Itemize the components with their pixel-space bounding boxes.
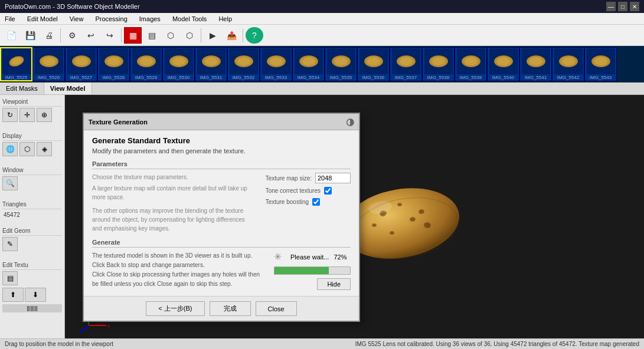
params-area: Choose the texture map parameters. A lar… [92, 173, 351, 233]
geom-icon-1[interactable]: ✎ [2, 237, 18, 251]
display-icon-2[interactable]: ⬡ [19, 142, 35, 156]
strip-item-11[interactable]: IMG_5536 [357, 47, 390, 81]
strip-label-7: IMG_5532 [233, 75, 254, 80]
params-desc3: The other options may improve the blendi… [92, 206, 256, 233]
strip-item-10[interactable]: IMG_5535 [325, 47, 357, 81]
pan-icon[interactable]: ✛ [19, 108, 35, 122]
strip-label-9: IMG_5534 [298, 75, 319, 80]
thumbnail-4 [132, 48, 161, 74]
strip-label-11: IMG_5536 [362, 75, 384, 80]
textu-bar[interactable]: |||||||| [2, 304, 62, 312]
sidebar-edit-geom: Edit Geom ✎ [0, 224, 64, 256]
close-button[interactable]: ✕ [630, 2, 639, 11]
menu-images[interactable]: Images [137, 15, 163, 22]
thumbnail-0 [2, 48, 31, 74]
strip-item-1[interactable]: IMG_5526 [32, 47, 65, 81]
back-button[interactable]: < 上一步(B) [146, 301, 204, 316]
toolbar: 📄 💾 🖨 ⚙ ↩ ↪ ▦ ▤ ⬡ ⬡ ▶ 📤 ? [0, 25, 644, 46]
texture-boosting-checkbox[interactable] [312, 198, 320, 206]
menu-processing[interactable]: Processing [93, 15, 129, 22]
toolbar-undo[interactable]: ↩ [82, 27, 100, 44]
toolbar-grid[interactable]: ▦ [124, 27, 142, 44]
menu-model-tools[interactable]: Model Tools [170, 15, 210, 22]
toolbar-list[interactable]: ▤ [143, 27, 161, 44]
toolbar-settings[interactable]: ⚙ [63, 27, 81, 44]
generate-desc-text: The textured model is shown in the 3D vi… [92, 251, 264, 289]
hide-button[interactable]: Hide [317, 278, 351, 290]
strip-item-2[interactable]: IMG_5527 [65, 47, 97, 81]
strip-item-7[interactable]: IMG_5532 [227, 47, 260, 81]
strip-item-5[interactable]: IMG_5530 [162, 47, 195, 81]
strip-item-9[interactable]: IMG_5534 [292, 47, 325, 81]
display-icon-3[interactable]: ◈ [37, 142, 52, 156]
textu-icon-2[interactable]: ⬆ [2, 288, 24, 302]
triangles-value: 45472 [2, 210, 62, 219]
textu-icon-1[interactable]: ▤ [2, 271, 18, 285]
strip-label-17: IMG_5542 [557, 75, 579, 80]
thumbnail-7 [230, 48, 258, 74]
strip-item-3[interactable]: IMG_5528 [97, 47, 130, 81]
rotate-icon[interactable]: ↻ [2, 108, 18, 122]
menu-help[interactable]: Help [216, 15, 234, 22]
strip-label-14: IMG_5539 [460, 75, 482, 80]
strip-item-14[interactable]: IMG_5539 [455, 47, 487, 81]
textu-icon-3[interactable]: ⬇ [25, 288, 46, 302]
strip-item-4[interactable]: IMG_5529 [130, 47, 162, 81]
strip-item-13[interactable]: IMG_5538 [422, 47, 455, 81]
toolbar-new[interactable]: 📄 [2, 27, 20, 44]
minimize-button[interactable]: — [606, 2, 616, 11]
strip-label-18: IMG_5543 [590, 75, 612, 80]
tone-correct-row: Tone correct textures [266, 187, 351, 195]
texture-map-size-input[interactable] [315, 173, 351, 183]
strip-item-15[interactable]: IMG_5540 [487, 47, 519, 81]
texture-boosting-row: Texture boosting [266, 198, 351, 206]
thumbnail-11 [359, 48, 388, 74]
viewpoint-label: Viewpoint [2, 97, 62, 107]
tab-view-model[interactable]: View Model [44, 83, 92, 94]
strip-item-12[interactable]: IMG_5537 [390, 47, 422, 81]
thumbnail-9 [295, 48, 323, 74]
toolbar-3d[interactable]: ⬡ [162, 27, 179, 44]
close-button-dialog[interactable]: Close [256, 301, 297, 316]
texture-generation-dialog: Texture Generation ◑ Generate Standard T… [83, 113, 360, 322]
toolbar-save[interactable]: 💾 [21, 27, 39, 44]
zoom-icon[interactable]: ⊕ [37, 108, 52, 122]
menu-view[interactable]: View [67, 15, 86, 22]
strip-label-6: IMG_5531 [200, 75, 222, 80]
strip-item-17[interactable]: IMG_5542 [552, 47, 584, 81]
spinner-icon: ✳ [274, 251, 286, 263]
strip-label-4: IMG_5529 [135, 75, 157, 80]
strip-item-16[interactable]: IMG_5541 [519, 47, 552, 81]
menu-edit-model[interactable]: Edit Model [25, 15, 60, 22]
maximize-button[interactable]: □ [618, 2, 627, 11]
progress-bar-fill [274, 267, 329, 274]
thumbnail-18 [587, 48, 615, 74]
display-icon-1[interactable]: 🌐 [2, 142, 18, 156]
texture-boosting-label: Texture boosting [266, 199, 309, 205]
toolbar-play[interactable]: ▶ [204, 27, 221, 44]
strip-item-0[interactable]: IMG_5525 [0, 47, 32, 81]
toolbar-separator-1 [60, 28, 61, 42]
tab-edit-masks[interactable]: Edit Masks [0, 83, 44, 94]
thumbnail-14 [457, 48, 485, 74]
strip-label-15: IMG_5540 [492, 75, 514, 80]
dialog-footer: < 上一步(B) 完成 Close [84, 296, 359, 321]
progress-bar-container [274, 266, 351, 275]
toolbar-print[interactable]: 🖨 [40, 27, 58, 44]
finish-button[interactable]: 完成 [210, 301, 251, 316]
tone-correct-checkbox[interactable] [324, 187, 332, 195]
thumbnail-17 [554, 48, 583, 74]
viewport-3d[interactable]: x y https://blog.csdn.net/zhebushibiaosh… [65, 95, 644, 349]
strip-item-6[interactable]: IMG_5531 [195, 47, 227, 81]
thumbnail-2 [67, 48, 96, 74]
strip-item-18[interactable]: IMG_5543 [584, 47, 617, 81]
params-controls: Texture map size: Tone correct textures … [266, 173, 351, 233]
toolbar-object[interactable]: ⬡ [181, 27, 198, 44]
toolbar-redo[interactable]: ↪ [101, 27, 119, 44]
window-icon-1[interactable]: 🔍 [2, 176, 18, 190]
toolbar-help[interactable]: ? [246, 27, 263, 44]
strip-item-8[interactable]: IMG_5533 [260, 47, 292, 81]
toolbar-export[interactable]: 📤 [223, 27, 240, 44]
params-desc1: Choose the texture map parameters. [92, 173, 256, 182]
menu-file[interactable]: File [2, 15, 18, 22]
